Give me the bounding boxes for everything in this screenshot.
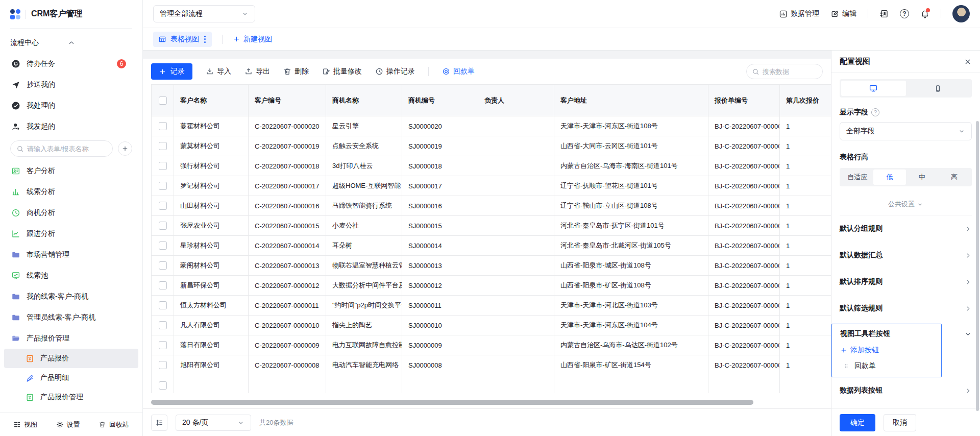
device-desktop-option[interactable]	[841, 81, 906, 96]
flow-select[interactable]: 管理全部流程	[153, 5, 255, 22]
sidebar-item-todo-tasks[interactable]: 待办任务 6	[0, 53, 142, 74]
table-row[interactable]: 落日有限公司 C-20220607-0000009 电力互联网故障自愈控制 SJ…	[152, 335, 831, 355]
row-checkbox[interactable]	[159, 381, 167, 390]
sidebar-item-initiated-by-me[interactable]: 我发起的	[0, 116, 142, 137]
table-row[interactable]: 星珍材料公司 C-20220607-0000014 耳朵树 SJ0000014 …	[152, 236, 831, 256]
rule-row[interactable]: 默认排序规则	[840, 269, 972, 295]
sidebar-subitem-product-quote-management[interactable]: 产品报价管理	[4, 387, 138, 407]
table-row[interactable]: 凡人有限公司 C-20220607-0000010 指尖上的陶艺 SJ00000…	[152, 316, 831, 335]
display-fields-select[interactable]: 全部字段	[840, 122, 972, 140]
close-icon[interactable]	[964, 58, 972, 66]
table-row[interactable]: 恒太方材料公司 C-20220607-0000011 "约时间"p2p时间交换平…	[152, 296, 831, 316]
vertical-scrollbar-thumb[interactable]	[976, 121, 979, 411]
add-button-link[interactable]: 添加按钮	[840, 346, 935, 355]
horizontal-scrollbar-thumb[interactable]	[151, 400, 753, 405]
row-checkbox[interactable]	[159, 341, 167, 349]
avatar[interactable]	[952, 5, 970, 22]
view-toolbar-buttons-box[interactable]: 视图工具栏按钮 添加按钮 回款单	[831, 324, 942, 377]
notifications-button[interactable]	[920, 9, 929, 18]
batch-edit-button[interactable]: 批量修改	[322, 67, 362, 76]
add-form-button[interactable]	[118, 141, 132, 156]
new-view-button[interactable]: 新建视图	[233, 35, 272, 44]
form-search-input[interactable]	[10, 140, 113, 157]
row-checkbox[interactable]	[159, 301, 167, 309]
row-checkbox[interactable]	[159, 162, 167, 170]
sidebar-section-process-center[interactable]: 流程中心	[0, 33, 142, 53]
sidebar-subitem-product-detail[interactable]: 产品明细	[4, 368, 138, 387]
help-icon[interactable]	[871, 108, 879, 116]
table-row[interactable]: 新昌环保公司 C-20220607-0000012 大数据分析中间件平台及 SJ…	[152, 276, 831, 296]
confirm-button[interactable]: 确定	[840, 414, 875, 431]
chevron-down-icon[interactable]	[964, 330, 972, 338]
sidebar-item-my-leads-customers[interactable]: 我的线索-客户-商机	[0, 286, 142, 307]
rule-row[interactable]: 默认筛选规则	[840, 295, 972, 322]
settings-button[interactable]: 设置	[56, 420, 80, 429]
row-checkbox[interactable]	[159, 202, 167, 210]
row-height-option-low[interactable]: 低	[873, 169, 905, 185]
import-button[interactable]: 导入	[206, 67, 231, 76]
device-mobile-option[interactable]	[906, 81, 971, 96]
col-quote-no[interactable]: 报价单编号	[708, 85, 780, 116]
tab-table-view[interactable]: 表格视图	[153, 32, 212, 47]
views-button[interactable]: 视图	[13, 420, 37, 429]
sidebar-subitem-product-quote[interactable]: 产品报价	[4, 349, 138, 368]
row-height-button[interactable]	[151, 415, 167, 431]
sidebar-item-marketing-management[interactable]: 市场营销管理	[0, 244, 142, 265]
row-checkbox[interactable]	[159, 321, 167, 329]
col-opportunity-name[interactable]: 商机名称	[326, 85, 402, 116]
row-height-option-auto[interactable]: 自适应	[841, 169, 873, 185]
table-row[interactable]: 张屋农业公司 C-20220607-0000015 小麦公社 SJ0000015…	[152, 216, 831, 236]
rule-row[interactable]: 默认数据汇总	[840, 242, 972, 269]
contacts-book-icon[interactable]	[879, 9, 889, 18]
sidebar-item-lead-analysis[interactable]: 线索分析	[0, 181, 142, 202]
col-quote-times[interactable]: 第几次报价	[780, 85, 831, 116]
data-list-buttons-row[interactable]: 数据列表按钮	[840, 377, 972, 404]
data-manage-button[interactable]: 数据管理	[779, 9, 819, 18]
table-row[interactable]: 豪阁材料公司 C-20220607-0000013 物联芯温室智慧种植云管 SJ…	[152, 256, 831, 276]
table-row[interactable]: 罗记材料公司 C-20220607-0000017 超级HOME-互联网智能 S…	[152, 176, 831, 196]
rule-row[interactable]: 默认分组规则	[840, 215, 972, 242]
row-height-option-high[interactable]: 高	[938, 169, 970, 185]
row-checkbox[interactable]	[159, 261, 167, 270]
delete-button[interactable]: 删除	[283, 67, 309, 76]
chevron-up-icon[interactable]	[68, 39, 126, 46]
sidebar-item-cc-to-me[interactable]: 抄送我的	[0, 74, 142, 95]
table-search-field[interactable]	[763, 68, 817, 76]
table-row[interactable]: 蒙莫材料公司 C-20220607-0000019 点触云安全系统 SJ0000…	[152, 136, 831, 156]
table-row-partial[interactable]	[152, 375, 831, 394]
table-row[interactable]: 强行材料公司 C-20220607-0000018 3d打印八桂云 SJ0000…	[152, 156, 831, 176]
col-customer-address[interactable]: 客户地址	[554, 85, 708, 116]
col-customer-no[interactable]: 客户编号	[249, 85, 326, 116]
row-checkbox[interactable]	[159, 241, 167, 250]
sidebar-item-product-quote-management[interactable]: 产品报价管理	[0, 328, 142, 349]
page-size-select[interactable]: 20 条/页	[176, 415, 251, 431]
export-button[interactable]: 导出	[244, 67, 270, 76]
operation-log-button[interactable]: 操作记录	[375, 67, 415, 76]
table-row[interactable]: 山田材料公司 C-20220607-0000016 马蹄铁智能骑行系统 SJ00…	[152, 196, 831, 216]
sidebar-item-customer-analysis[interactable]: 客户分析	[0, 160, 142, 181]
add-record-button[interactable]: 记录	[151, 63, 192, 80]
help-icon[interactable]	[900, 9, 909, 18]
sidebar-item-lead-pool[interactable]: 线索池	[0, 265, 142, 286]
row-checkbox[interactable]	[159, 122, 167, 130]
row-checkbox[interactable]	[159, 142, 167, 150]
receipt-button[interactable]: 回款单	[442, 67, 475, 76]
form-search-field[interactable]	[27, 145, 107, 153]
recycle-bin-button[interactable]: 回收站	[99, 420, 129, 429]
sidebar-item-admin-leads-customers[interactable]: 管理员线索-客户-商机	[0, 307, 142, 328]
col-owner[interactable]: 负责人	[478, 85, 554, 116]
row-checkbox[interactable]	[159, 361, 167, 369]
row-height-option-medium[interactable]: 中	[906, 169, 938, 185]
horizontal-scrollbar[interactable]	[143, 393, 831, 408]
table-search-input[interactable]	[746, 64, 823, 79]
row-checkbox[interactable]	[159, 182, 167, 190]
row-checkbox[interactable]	[159, 222, 167, 230]
cancel-button[interactable]: 取消	[884, 414, 916, 431]
row-checkbox[interactable]	[159, 281, 167, 289]
edit-button[interactable]: 编辑	[830, 9, 856, 18]
toolbar-button-item[interactable]: 回款单	[840, 361, 935, 371]
sidebar-item-followup-analysis[interactable]: 跟进分析	[0, 223, 142, 244]
col-opportunity-no[interactable]: 商机编号	[402, 85, 478, 116]
sidebar-item-processed-by-me[interactable]: 我处理的	[0, 95, 142, 116]
col-customer-name[interactable]: 客户名称	[174, 85, 249, 116]
